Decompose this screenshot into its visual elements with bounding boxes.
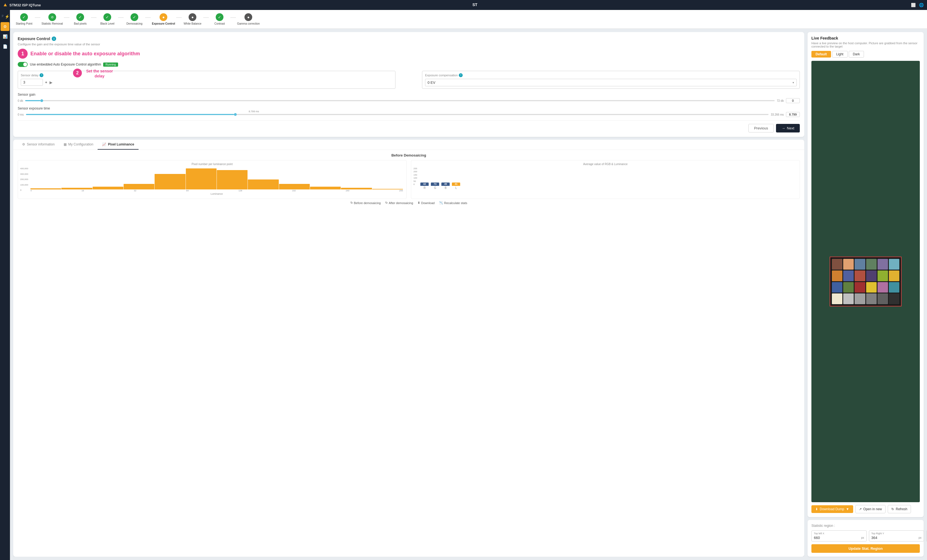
download-chart-btn[interactable]: ⬇ Download [418, 201, 435, 205]
exposure-compensation-group: Exposure compensation ? 0 EV +1 EV -1 EV… [422, 71, 800, 89]
chart-icon: 📈 [102, 143, 106, 146]
update-stat-region-btn[interactable]: Update Stat. Region [812, 544, 920, 553]
cc-cell-21 [866, 293, 877, 304]
tab-my-config[interactable]: ▦ My Configuration [59, 140, 98, 150]
sidebar-icon-chart[interactable]: 📊 [0, 32, 9, 41]
refresh-icon-before: ↻ [350, 201, 353, 205]
cc-cell-0 [832, 259, 842, 270]
bar-3 [124, 184, 154, 190]
play-icon[interactable]: ▶ [50, 80, 53, 85]
before-demosaicing-btn[interactable]: ↻ Before demosaicing [350, 201, 381, 205]
sidebar-icon-sliders[interactable]: ⚙ [0, 22, 9, 31]
step1-text: Enable or disable the auto exposure algo… [30, 51, 140, 57]
step-white-balance[interactable]: ● White Balance [183, 13, 202, 25]
step-sep-7 [203, 17, 209, 18]
sensor-exposure-min: 0 ms [18, 113, 24, 116]
tab-pixel-luminance[interactable]: 📈 Pixel Luminance [97, 140, 138, 150]
input-row: Sensor delay ? ✦ ▶ 2 S [18, 71, 800, 89]
nav-buttons: Previous → Next [18, 120, 800, 132]
cc-cell-14 [854, 282, 865, 293]
sensor-gain-track-row: 0 db 72 db [18, 98, 800, 103]
tab-sensor-info[interactable]: ⚙ Sensor information [18, 140, 59, 150]
luminance-chart: Pixel number per luminance point 400,000… [18, 160, 407, 199]
rgb-chart-title: Average value of RGB & Luminance [413, 162, 797, 165]
top-left-x-input[interactable] [814, 536, 860, 540]
l-bar-group: 41 L [452, 182, 460, 190]
svg-marker-0 [4, 3, 7, 6]
step-icon-black-level: ✓ [103, 13, 111, 21]
wand-icon[interactable]: ✦ [44, 80, 48, 85]
step-icon-statistic: ⊘ [49, 13, 56, 21]
card-title: Exposure Control i [18, 36, 800, 41]
exposure-comp-help[interactable]: ? [459, 73, 463, 77]
sensor-gain-min: 0 db [18, 99, 23, 102]
download-dump-btn[interactable]: ⬇ Download Dump ▼ [812, 505, 853, 513]
prev-button[interactable]: Previous [748, 124, 774, 132]
monitor-icon[interactable]: ⬜ [911, 3, 916, 7]
sensor-gain-value[interactable] [786, 98, 800, 103]
sensor-delay-input[interactable] [21, 79, 43, 86]
after-demosaicing-btn[interactable]: ↻ After demosaicing [385, 201, 413, 205]
cc-cell-1 [843, 259, 854, 270]
sensor-gain-section: Sensor gain 0 db 72 db [18, 93, 800, 103]
cc-cell-8 [854, 270, 865, 281]
exposure-comp-select-wrapper: 0 EV +1 EV -1 EV +2 EV -2 EV [425, 79, 797, 86]
sensor-gain-thumb[interactable] [40, 99, 43, 102]
step-bad-pixels[interactable]: ✓ Bad pixels [70, 13, 90, 25]
b-label: B [445, 187, 447, 190]
step-exposure-control[interactable]: ● Exposure Control [152, 13, 175, 25]
globe-icon[interactable]: 🌐 [919, 3, 924, 7]
next-button[interactable]: → Next [776, 124, 800, 132]
step-sep-2 [64, 17, 70, 18]
sensor-delay-input-row: ✦ ▶ [21, 79, 392, 86]
recalculate-btn[interactable]: 📉 Recalculate stats [439, 201, 467, 205]
bottom-content: Before Demosaicing Pixel number per lumi… [13, 150, 804, 557]
top-right-y-input[interactable] [871, 536, 918, 540]
exposure-comp-select[interactable]: 0 EV +1 EV -1 EV +2 EV -2 EV [425, 79, 797, 86]
info-icon[interactable]: i [52, 36, 56, 41]
cc-cell-22 [877, 293, 888, 304]
sensor-delay-help[interactable]: ? [40, 73, 43, 77]
charts-row: Pixel number per luminance point 400,000… [18, 160, 800, 199]
app-title: STM32 ISP IQTune [9, 3, 41, 7]
sensor-exposure-value[interactable] [786, 112, 800, 117]
toggle-row: Use embedded Auto Exposure Control algor… [18, 62, 800, 67]
cc-cell-5 [889, 259, 899, 270]
g-bar-group: 74 G [431, 182, 439, 190]
mode-default-btn[interactable]: Default [812, 51, 831, 58]
auto-exposure-toggle[interactable] [18, 62, 28, 67]
step-contrast[interactable]: ✓ Contrast [210, 13, 229, 25]
bottom-info-card: ⚙ Sensor information ▦ My Configuration … [13, 140, 804, 557]
top-right-y-group: Top Right Y px [869, 530, 924, 542]
sensor-exposure-track: 8.799 ms [26, 114, 769, 115]
sidebar-icon-doc[interactable]: 📄 [0, 42, 9, 51]
download-icon: ⬇ [418, 201, 420, 205]
stats-icon: 📉 [439, 201, 443, 205]
rgb-bars: 42 R 74 [418, 167, 797, 190]
live-actions: ⬇ Download Dump ▼ ↗ Open in new ↻ Refres… [812, 505, 920, 513]
step-demosaicing[interactable]: ✓ Demosaicing [125, 13, 144, 25]
refresh-btn[interactable]: ↻ Refresh [888, 505, 911, 513]
sensor-exposure-thumb[interactable] [234, 113, 237, 116]
step-statistic-removal[interactable]: ⊘ Statistic Removal [41, 13, 63, 25]
open-in-new-btn[interactable]: ↗ Open in new [856, 505, 886, 513]
l-label: L [456, 187, 457, 190]
mode-light-btn[interactable]: Light [832, 51, 848, 58]
step2-annotation: 2 Set the sensor delay [73, 68, 116, 79]
step-starting-point[interactable]: ✓ Starting Point [14, 13, 34, 25]
step-label-bad-pixels: Bad pixels [74, 22, 87, 25]
right-panel: Live Feedback Have a live preview on the… [807, 32, 924, 557]
steps-bar: ✓ Starting Point ⊘ Statistic Removal ✓ B… [10, 10, 927, 29]
step-sep-5 [145, 17, 151, 18]
dropdown-arrow-icon: ▼ [846, 507, 849, 511]
bar-2 [93, 187, 123, 190]
step-black-level[interactable]: ✓ Black Level [97, 13, 117, 25]
g-label: G [434, 187, 436, 190]
luminance-chart-wrapper: 400,000 300,000 200,000 100,000 0 [20, 167, 404, 195]
live-mode-buttons: Default Light Dark [812, 51, 920, 58]
step-gamma[interactable]: ● Gamma correction [237, 13, 260, 25]
mode-dark-btn[interactable]: Dark [849, 51, 864, 58]
sidebar-icon-wifi[interactable]: ⚡ [0, 12, 9, 21]
cc-cell-23 [889, 293, 899, 304]
top-left-x-label: Top left X [814, 532, 864, 535]
